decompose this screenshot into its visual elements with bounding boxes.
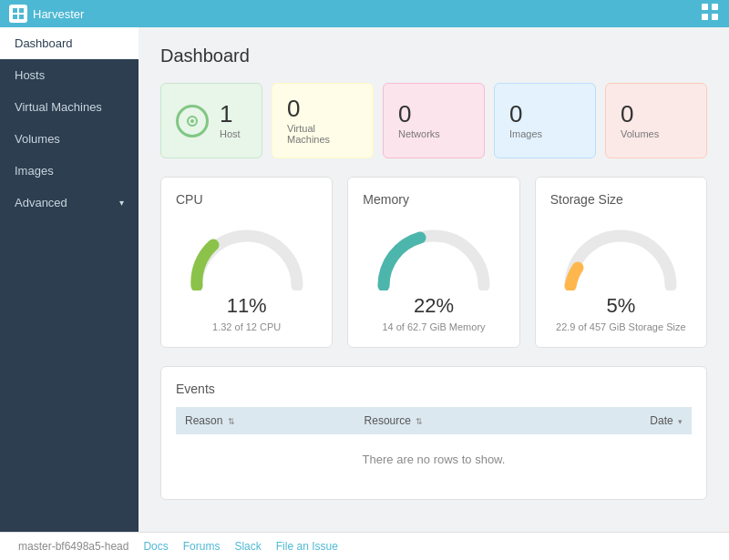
vms-label: Virtual Machines <box>287 123 358 145</box>
storage-gauge: 5% 22.9 of 457 GiB Storage Size <box>550 218 692 332</box>
host-icon-circle <box>176 105 209 137</box>
logo-icon <box>12 7 25 20</box>
memory-percent: 22% <box>414 294 454 318</box>
app-name-label: Harvester <box>33 7 84 21</box>
host-card-info: 1 Host <box>220 102 241 139</box>
summary-card-images[interactable]: 0 Images <box>494 83 596 158</box>
vms-card-info: 0 Virtual Machines <box>287 97 358 145</box>
summary-card-volumes[interactable]: 0 Volumes <box>605 83 707 158</box>
sidebar-item-images[interactable]: Images <box>0 155 139 187</box>
memory-gauge: 22% 14 of 62.7 GiB Memory <box>363 218 504 332</box>
footer: master-bf6498a5-head Docs Forums Slack F… <box>0 532 729 560</box>
svg-rect-6 <box>702 14 708 20</box>
sort-icon-resource: ⇅ <box>416 417 423 426</box>
footer-link-file-issue[interactable]: File an Issue <box>276 540 338 553</box>
sort-icon-date: ▾ <box>678 417 683 426</box>
metric-card-memory: Memory 22% 14 of 62.7 GiB Memory <box>347 177 519 348</box>
storage-percent: 5% <box>606 294 635 318</box>
top-bar: Harvester <box>0 0 729 27</box>
page-title: Dashboard <box>160 46 707 66</box>
metric-card-storage: Storage Size 5% 22.9 of 457 GiB Storage … <box>535 177 707 348</box>
sidebar-item-virtual-machines[interactable]: Virtual Machines <box>0 91 139 123</box>
chevron-down-icon: ▾ <box>119 198 124 208</box>
volumes-count: 0 <box>621 102 659 126</box>
grid-icon <box>700 2 720 22</box>
svg-rect-3 <box>19 15 24 19</box>
memory-title: Memory <box>363 192 504 207</box>
storage-detail: 22.9 of 457 GiB Storage Size <box>556 321 685 332</box>
sidebar-item-advanced[interactable]: Advanced ▾ <box>0 187 139 219</box>
events-table-header: Reason ⇅ Resource ⇅ Date ▾ <box>176 407 692 434</box>
app-title-bar: Harvester <box>9 5 84 23</box>
main-layout: Dashboard Hosts Virtual Machines Volumes… <box>0 27 729 532</box>
cpu-gauge-svg <box>183 218 311 290</box>
events-col-resource[interactable]: Resource ⇅ <box>355 407 559 434</box>
svg-rect-5 <box>712 4 718 10</box>
events-title: Events <box>176 382 692 396</box>
vms-count: 0 <box>287 97 358 120</box>
app-wrapper: Harvester Dashboard Hosts Virtual Machin… <box>0 0 729 560</box>
app-logo <box>9 5 27 23</box>
events-table: Reason ⇅ Resource ⇅ Date ▾ Ther <box>176 407 692 484</box>
sidebar-advanced-label: Advanced <box>15 196 67 209</box>
memory-gauge-svg <box>370 218 498 290</box>
sidebar-item-volumes[interactable]: Volumes <box>0 123 139 155</box>
summary-card-vms[interactable]: 0 Virtual Machines <box>272 83 374 158</box>
images-label: Images <box>509 128 542 139</box>
footer-link-forums[interactable]: Forums <box>183 540 221 553</box>
cpu-detail: 1.32 of 12 CPU <box>212 321 281 332</box>
host-label: Host <box>220 128 241 139</box>
cpu-gauge: 11% 1.32 of 12 CPU <box>176 218 317 332</box>
summary-card-networks[interactable]: 0 Networks <box>383 83 485 158</box>
metric-card-cpu: CPU 11% 1.32 of 12 CPU <box>160 177 333 348</box>
svg-rect-1 <box>19 8 24 13</box>
events-col-date[interactable]: Date ▾ <box>558 407 692 434</box>
svg-rect-4 <box>702 4 708 10</box>
summary-cards-row: 1 Host 0 Virtual Machines 0 Networks <box>160 83 707 158</box>
storage-gauge-svg <box>557 218 684 290</box>
sidebar-item-hosts[interactable]: Hosts <box>0 59 139 91</box>
networks-label: Networks <box>398 128 440 139</box>
networks-card-info: 0 Networks <box>398 102 440 139</box>
volumes-card-info: 0 Volumes <box>621 102 659 139</box>
memory-detail: 14 of 62.7 GiB Memory <box>382 321 485 332</box>
host-count: 1 <box>220 102 241 126</box>
footer-version: master-bf6498a5-head <box>18 540 128 553</box>
footer-link-slack[interactable]: Slack <box>234 540 261 553</box>
svg-rect-2 <box>13 15 17 19</box>
main-content: Dashboard 1 Host <box>139 27 729 532</box>
svg-rect-0 <box>13 8 17 13</box>
volumes-label: Volumes <box>621 128 659 139</box>
sort-icon-reason: ⇅ <box>228 417 235 426</box>
svg-rect-7 <box>712 14 718 20</box>
events-card: Events Reason ⇅ Resource ⇅ Date ▾ <box>160 366 707 500</box>
images-count: 0 <box>509 102 542 126</box>
events-empty-message: There are no rows to show. <box>176 434 692 484</box>
cpu-title: CPU <box>176 192 317 207</box>
networks-count: 0 <box>398 102 440 126</box>
events-col-reason[interactable]: Reason ⇅ <box>176 407 355 434</box>
events-empty-row: There are no rows to show. <box>176 434 692 484</box>
sidebar-item-dashboard[interactable]: Dashboard <box>0 27 139 59</box>
summary-card-host[interactable]: 1 Host <box>160 83 262 158</box>
top-bar-right-icon[interactable] <box>700 2 720 25</box>
images-card-info: 0 Images <box>509 102 542 139</box>
host-icon <box>185 114 200 128</box>
cpu-percent: 11% <box>227 294 267 318</box>
sidebar: Dashboard Hosts Virtual Machines Volumes… <box>0 27 139 532</box>
storage-title: Storage Size <box>550 192 692 207</box>
svg-point-9 <box>190 119 194 123</box>
metrics-row: CPU 11% 1.32 of 12 CPU Memory <box>160 177 707 348</box>
footer-link-docs[interactable]: Docs <box>143 540 168 553</box>
